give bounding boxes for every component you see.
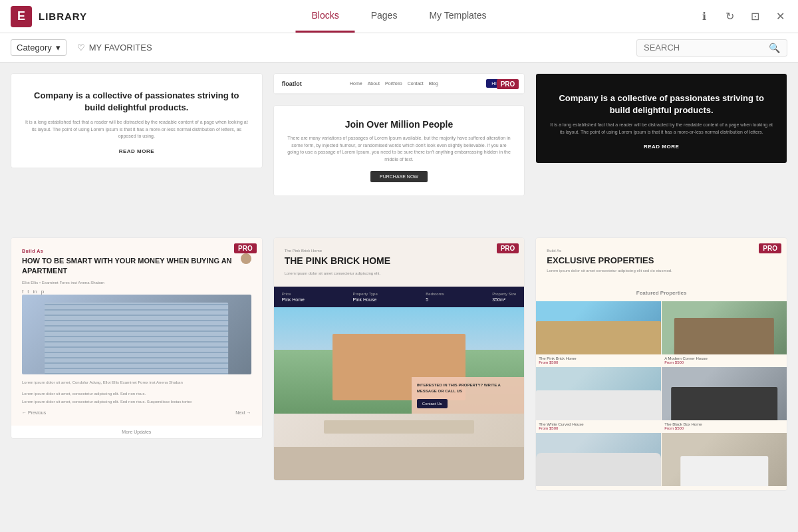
- toolbar: Category ▾ ♡ MY FAVORITES 🔍: [0, 33, 798, 63]
- property-5-label: [536, 486, 661, 490]
- close-icon[interactable]: ✕: [773, 9, 787, 24]
- property-1-label: The Pink Brick Home From $500: [536, 354, 661, 366]
- join-cta[interactable]: PURCHASE NOW: [370, 171, 428, 182]
- property-2[interactable]: A Modern Corner House From $500: [662, 301, 787, 366]
- card1-title: Company is a collective of passionates s…: [25, 90, 249, 114]
- property-1-image: [536, 301, 661, 354]
- tab-pages[interactable]: Pages: [355, 0, 414, 33]
- property-3-image: [536, 367, 661, 420]
- content-grid: Company is a collective of passionates s…: [0, 63, 798, 532]
- card6-tag: Build As: [547, 249, 776, 253]
- info-icon[interactable]: ℹ: [697, 9, 712, 24]
- property-6-image: [662, 433, 787, 486]
- card3-body: It is a long established fact that a rea…: [549, 122, 773, 136]
- card4-meta: Ellot Ellis • Examinet Forex inst Anena …: [22, 281, 251, 285]
- property-5[interactable]: [536, 433, 661, 490]
- property-2-image: [662, 301, 787, 354]
- tab-blocks[interactable]: Blocks: [295, 0, 354, 33]
- elementor-logo: E: [11, 6, 32, 27]
- card4-body: Lorem ipsum dolor sit amet, Condolur Adv…: [22, 380, 251, 386]
- tab-my-templates[interactable]: My Templates: [413, 0, 502, 33]
- card5-tag: The Pink Brick Home: [285, 249, 514, 253]
- property-4[interactable]: The Black Box Home From $500: [662, 367, 787, 432]
- card5-table: Price Pink Home Property Type Pink House…: [274, 287, 525, 307]
- property-4-label: The Black Box Home From $500: [662, 420, 787, 432]
- search-icon: 🔍: [769, 43, 780, 53]
- card5-title: THE PINK BRICK HOME: [285, 255, 514, 267]
- card-nav-bar[interactable]: PRO floatlot Home About Portfolio Contac…: [273, 73, 525, 94]
- card4-avatar: [241, 253, 251, 264]
- card4-more-text: Lorem ipsum dolor sit amet, consectetur …: [22, 391, 251, 396]
- category-label: Category: [17, 43, 52, 53]
- pro-badge: PRO: [234, 243, 257, 253]
- card5-body: Lorem ipsum dolor sit amet consectetur a…: [285, 271, 514, 276]
- header-actions: ℹ ↻ ⊡ ✕: [697, 9, 787, 24]
- card4-more-text2: Lorem ipsum dolor sit amet, consectetur …: [22, 399, 251, 404]
- card5-house-image: INTERESTED IN THIS PROPERTY? WRITE A MES…: [274, 307, 525, 414]
- card-property-detail[interactable]: PRO The Pink Brick Home THE PINK BRICK H…: [273, 237, 525, 481]
- favorites-button[interactable]: ♡ MY FAVORITES: [77, 43, 152, 53]
- card4-social: ftinp: [22, 289, 251, 295]
- card4-building-image: [22, 295, 251, 374]
- save-icon[interactable]: ⊡: [747, 9, 762, 24]
- card1-body: It is a long established fact that a rea…: [25, 119, 249, 140]
- card-join-hero[interactable]: Join Over Million People There are many …: [273, 105, 525, 196]
- category-dropdown[interactable]: Category ▾: [11, 39, 66, 56]
- search-container: 🔍: [636, 39, 787, 57]
- chevron-down-icon: ▾: [56, 43, 61, 53]
- card4-tag: Build As: [22, 249, 251, 253]
- property-4-image: [662, 367, 787, 420]
- property-6-label: [662, 486, 787, 490]
- card4-title: HOW TO BE SMART WITH YOUR MONEY WHEN BUY…: [22, 256, 241, 275]
- property-6[interactable]: [662, 433, 787, 490]
- card1-read-more[interactable]: READ MORE: [119, 148, 154, 154]
- card3-read-more[interactable]: READ MORE: [644, 144, 679, 150]
- card3-title: Company is a collective of passionates s…: [549, 92, 773, 116]
- card5-kitchen-image: [274, 414, 525, 480]
- card4-pagination[interactable]: ← Previous Next →: [22, 410, 251, 415]
- join-title: Join Over Million People: [345, 119, 454, 130]
- card-blog-article[interactable]: PRO Build As HOW TO BE SMART WITH YOUR M…: [11, 237, 263, 438]
- card6-body: Lorem ipsum dolor sit amet consectetur a…: [547, 268, 776, 273]
- refresh-icon[interactable]: ↻: [722, 9, 737, 24]
- nav-links: Home About Portfolio Contact Blog: [350, 81, 438, 86]
- card-white-hero[interactable]: Company is a collective of passionates s…: [11, 73, 263, 168]
- property-2-label: A Modern Corner House From $500: [662, 354, 787, 366]
- property-5-image: [536, 433, 661, 486]
- more-updates[interactable]: More Updates: [11, 426, 262, 438]
- property-1[interactable]: The Pink Brick Home From $500: [536, 301, 661, 366]
- card-exclusive-properties[interactable]: PRO Build As EXCLUSIVE PROPERTIES Lorem …: [535, 237, 787, 490]
- favorites-label: MY FAVORITES: [89, 43, 152, 53]
- join-body: There are many variations of passages of…: [287, 135, 511, 163]
- pro-badge: PRO: [497, 79, 519, 89]
- search-input[interactable]: [644, 43, 763, 53]
- card5-overlay: INTERESTED IN THIS PROPERTY? WRITE A MES…: [412, 377, 525, 414]
- pro-badge: PRO: [759, 243, 781, 253]
- library-title: LIBRARY: [39, 11, 87, 22]
- card6-property-grid: The Pink Brick Home From $500 A Modern C…: [536, 301, 787, 490]
- card6-featured-label: Featured Properties: [536, 285, 787, 301]
- pro-badge: PRO: [497, 243, 519, 253]
- card5-contact-btn[interactable]: Contact Us: [417, 399, 448, 408]
- nav-logo: floatlot: [282, 80, 302, 87]
- card6-title: EXCLUSIVE PROPERTIES: [547, 255, 776, 265]
- property-3-label: The White Curved House From $500: [536, 420, 661, 432]
- tabs: Blocks Pages My Templates: [295, 0, 502, 33]
- header: E LIBRARY Blocks Pages My Templates ℹ ↻ …: [0, 0, 798, 33]
- heart-icon: ♡: [77, 43, 85, 53]
- property-3[interactable]: The White Curved House From $500: [536, 367, 661, 432]
- card-black-hero[interactable]: Company is a collective of passionates s…: [535, 73, 787, 164]
